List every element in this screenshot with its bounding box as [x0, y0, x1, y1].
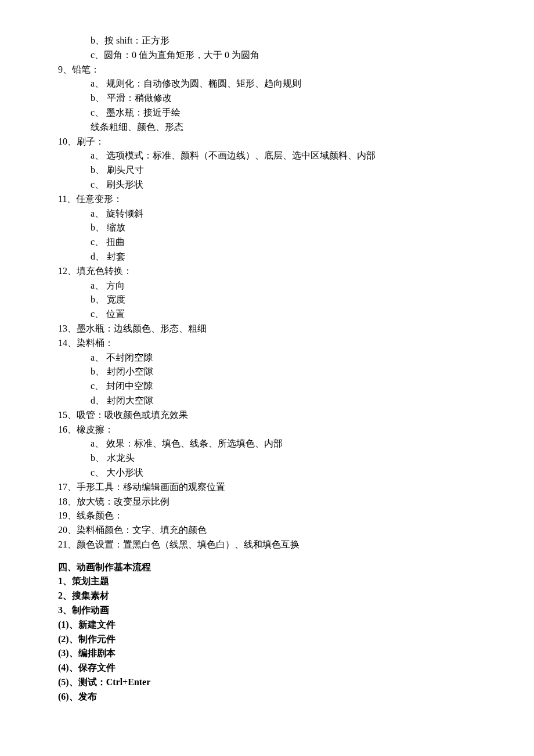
text-line: d、 封闭大空隙 — [58, 394, 476, 408]
text-line: c、 封闭中空隙 — [58, 379, 476, 394]
text-line: 12、填充色转换： — [58, 264, 476, 279]
text-line-bold: (2)、制作元件 — [58, 632, 476, 647]
text-line: 14、染料桶： — [58, 336, 476, 351]
text-line: b、 水龙头 — [58, 451, 476, 466]
document-page: b、按 shift：正方形c、圆角：0 值为直角矩形，大于 0 为圆角9、铅笔：… — [0, 0, 534, 756]
text-line: b、 平滑：稍做修改 — [58, 91, 476, 106]
text-line: 16、橡皮擦： — [58, 423, 476, 437]
text-line: a、 规则化：自动修改为圆、椭圆、矩形、趋向规则 — [58, 77, 476, 91]
text-line-bold: 2、搜集素材 — [58, 589, 476, 603]
text-line: 18、放大镜：改变显示比例 — [58, 495, 476, 509]
text-line: b、 宽度 — [58, 293, 476, 307]
text-line: 线条粗细、颜色、形态 — [58, 120, 476, 135]
text-line: c、 刷头形状 — [58, 178, 476, 192]
text-line-bold: (6)、发布 — [58, 690, 476, 704]
text-line: 10、刷子： — [58, 135, 476, 149]
text-line: a、 效果：标准、填色、线条、所选填色、内部 — [58, 437, 476, 451]
text-line: b、 刷头尺寸 — [58, 163, 476, 178]
text-line: 9、铅笔： — [58, 63, 476, 77]
text-line: b、 缩放 — [58, 221, 476, 235]
text-line: b、 封闭小空隙 — [58, 365, 476, 379]
text-line: a、 旋转倾斜 — [58, 207, 476, 221]
text-line: c、圆角：0 值为直角矩形，大于 0 为圆角 — [58, 48, 476, 63]
text-line-bold: (5)、测试：Ctrl+Enter — [58, 675, 476, 690]
text-line-bold: (3)、编排剧本 — [58, 646, 476, 661]
text-line — [58, 552, 476, 560]
text-line: c、 大小形状 — [58, 466, 476, 480]
text-line-bold: 1、策划主题 — [58, 574, 476, 589]
text-line: c、 位置 — [58, 307, 476, 322]
text-line: a、 选项模式：标准、颜料（不画边线）、底层、选中区域颜料、内部 — [58, 149, 476, 163]
text-line-bold: 四、动画制作基本流程 — [58, 560, 476, 575]
text-line: 19、线条颜色： — [58, 509, 476, 523]
text-line-bold: (1)、新建文件 — [58, 618, 476, 632]
text-line: 11、任意变形： — [58, 192, 476, 207]
text-line: b、按 shift：正方形 — [58, 34, 476, 48]
text-line: 20、染料桶颜色：文字、填充的颜色 — [58, 523, 476, 538]
text-line: a、 方向 — [58, 279, 476, 293]
text-line: 13、墨水瓶：边线颜色、形态、粗细 — [58, 322, 476, 336]
text-line: 17、手形工具：移动编辑画面的观察位置 — [58, 480, 476, 495]
text-line: 21、颜色设置：置黑白色（线黑、填色白）、线和填色互换 — [58, 538, 476, 552]
text-line-bold: (4)、保存文件 — [58, 661, 476, 675]
text-line: d、 封套 — [58, 250, 476, 264]
text-line: c、 墨水瓶：接近手绘 — [58, 106, 476, 120]
text-line: 15、吸管：吸收颜色或填充效果 — [58, 408, 476, 423]
text-line-bold: 3、制作动画 — [58, 603, 476, 618]
text-line: c、 扭曲 — [58, 235, 476, 250]
text-line: a、 不封闭空隙 — [58, 351, 476, 365]
